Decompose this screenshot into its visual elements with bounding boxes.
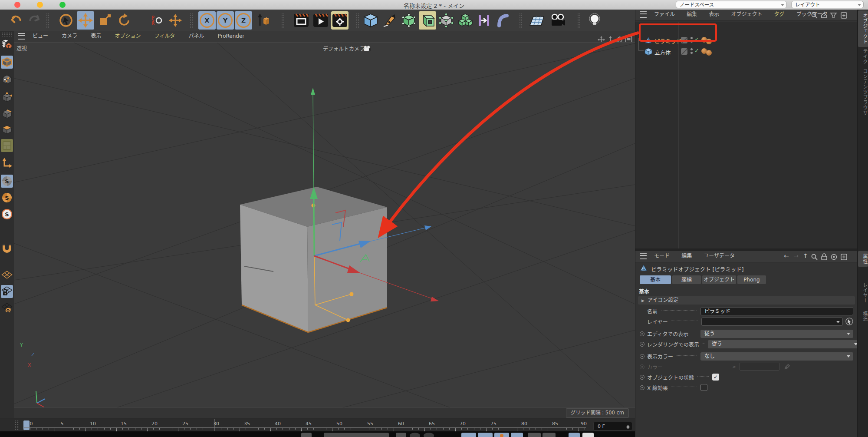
edge-mode-button[interactable] xyxy=(1,107,13,120)
camera-label[interactable]: デフォルトカメラ xyxy=(323,45,365,52)
transport-button[interactable] xyxy=(424,433,434,437)
keyframe-dot-icon[interactable] xyxy=(640,331,644,336)
om-menu-edit[interactable]: 編集 xyxy=(687,10,697,17)
nodespace-dropdown[interactable]: ノードスペース xyxy=(676,1,787,8)
xray-checkbox[interactable] xyxy=(700,384,707,391)
tab-object[interactable]: オブジェクト xyxy=(702,275,736,284)
rotate-tool-button[interactable] xyxy=(115,11,133,30)
keyframe-dot-icon[interactable] xyxy=(640,354,644,359)
viewport-menu-panel[interactable]: パネル xyxy=(188,32,204,39)
record-button[interactable] xyxy=(494,433,509,437)
transport-button[interactable] xyxy=(569,433,580,437)
material-tag-icon[interactable] xyxy=(706,50,712,56)
extrude-generator-button[interactable] xyxy=(419,11,436,30)
light-object-button[interactable] xyxy=(586,11,603,30)
object-state-checkbox[interactable]: ✓ xyxy=(712,374,719,381)
tab-basic[interactable]: 基本 xyxy=(640,275,671,284)
visibility-dots[interactable] xyxy=(690,48,693,55)
sidebar-grip[interactable] xyxy=(2,32,12,36)
tab-layers[interactable]: レイヤー xyxy=(858,280,868,306)
enable-axis-button[interactable] xyxy=(1,156,13,169)
workplane-auto-button[interactable] xyxy=(1,301,13,315)
transport-button[interactable] xyxy=(478,433,493,437)
workplane-button[interactable] xyxy=(1,268,13,281)
keyframe-dot-icon[interactable] xyxy=(640,342,644,347)
polygon-mode-button[interactable] xyxy=(1,122,13,136)
projection-label[interactable]: 透視 xyxy=(16,44,27,52)
check-icon[interactable]: ✓ xyxy=(694,47,699,54)
lock-x-axis-button[interactable]: X xyxy=(198,11,216,30)
render-view-button[interactable] xyxy=(293,11,310,30)
coordinate-system-button[interactable] xyxy=(254,11,271,30)
tab-take[interactable]: テイク xyxy=(858,46,868,67)
am-menu-mode[interactable]: モード xyxy=(654,252,670,259)
viewport-menu-prorender[interactable]: ProRender xyxy=(218,33,245,39)
render-settings-button[interactable] xyxy=(331,11,349,30)
toolbar-grip[interactable] xyxy=(577,13,581,28)
scale-tool-button[interactable] xyxy=(96,11,113,30)
frame-down-spinner[interactable] xyxy=(626,427,630,431)
layer-picker-icon[interactable] xyxy=(845,318,853,325)
transport-button-group[interactable] xyxy=(324,433,389,437)
layer-input[interactable] xyxy=(701,318,843,326)
snap-modes-button[interactable]: S xyxy=(1,191,13,204)
lock-z-axis-button[interactable]: Z xyxy=(235,11,252,30)
om-menu-view[interactable]: 表示 xyxy=(709,10,719,17)
home-icon[interactable] xyxy=(821,12,827,19)
toolbar-grip[interactable] xyxy=(46,13,49,28)
am-menu-edit[interactable]: 編集 xyxy=(681,252,692,259)
search-icon[interactable] xyxy=(811,254,818,260)
layout-dropdown[interactable]: レイアウト xyxy=(791,1,864,8)
attribute-menu-icon[interactable] xyxy=(640,253,647,259)
current-frame-field[interactable]: 0 F xyxy=(593,422,632,430)
object-manager-menu-icon[interactable] xyxy=(640,11,647,18)
viewport-3d-scene[interactable]: 透視 デフォルトカメラ Y Z X xyxy=(14,42,635,418)
lock-icon[interactable] xyxy=(821,253,827,260)
camera-object-button[interactable] xyxy=(548,11,567,30)
add-panel-icon[interactable] xyxy=(841,12,847,19)
am-menu-userdata[interactable]: ユーザデータ xyxy=(704,252,735,259)
lock-y-axis-button[interactable]: Y xyxy=(217,11,234,30)
redo-button[interactable] xyxy=(26,11,43,30)
history-back-icon[interactable]: ← xyxy=(784,252,789,259)
toolbar-grip[interactable] xyxy=(356,13,359,28)
tab-content-browser[interactable]: コンテンツブラウザ xyxy=(858,66,868,118)
transport-button[interactable] xyxy=(301,433,312,437)
viewport-menu-camera[interactable]: カメラ xyxy=(62,32,77,39)
viewport-menu-filter[interactable]: フィルタ xyxy=(155,32,175,39)
viewport-menu-icon[interactable] xyxy=(18,33,25,40)
subdivision-surface-button[interactable] xyxy=(400,11,418,30)
live-selection-button[interactable] xyxy=(57,11,75,30)
bend-deformer-button[interactable] xyxy=(494,11,511,30)
render-visibility-dropdown[interactable]: 従う xyxy=(708,340,861,348)
transport-button[interactable] xyxy=(542,433,556,437)
model-mode-button[interactable] xyxy=(1,56,13,69)
floor-object-button[interactable] xyxy=(528,11,547,30)
move-tool-button[interactable] xyxy=(77,11,94,30)
timeline-ruler[interactable]: 0 5 10 15 20 25 30 35 40 45 50 55 60 65 … xyxy=(0,418,635,431)
field-deformer-button[interactable] xyxy=(437,11,455,30)
enable-toggle[interactable] xyxy=(681,48,687,55)
tab-coordinates[interactable]: 座標 xyxy=(672,275,701,284)
spline-tools-button[interactable] xyxy=(475,11,493,30)
tab-attributes[interactable]: 属性 xyxy=(858,251,868,267)
tab-phong[interactable]: Phong xyxy=(737,275,766,284)
move-alt-button[interactable] xyxy=(167,11,184,30)
om-menu-file[interactable]: ファイル xyxy=(654,10,675,17)
keyframe-dot-icon[interactable] xyxy=(640,375,644,380)
spline-pen-button[interactable] xyxy=(381,11,398,30)
transport-button[interactable] xyxy=(511,433,523,437)
parent-up-icon[interactable]: ↑ xyxy=(803,252,808,259)
display-color-dropdown[interactable]: なし xyxy=(700,352,853,361)
om-menu-objects[interactable]: オブジェクト xyxy=(731,10,762,17)
timeline-grip[interactable] xyxy=(15,420,19,430)
add-panel-icon[interactable] xyxy=(841,254,847,260)
volume-builder-button[interactable] xyxy=(457,11,474,30)
tab-object-manager[interactable]: オブジェクト xyxy=(858,10,868,47)
track-mode-icon[interactable] xyxy=(831,254,837,260)
editor-visibility-dropdown[interactable]: 従う xyxy=(700,330,853,338)
snap-3d-button[interactable]: S xyxy=(1,208,13,221)
transport-button[interactable] xyxy=(528,433,541,437)
add-primitive-button[interactable] xyxy=(362,11,379,30)
play-button[interactable] xyxy=(461,433,476,437)
